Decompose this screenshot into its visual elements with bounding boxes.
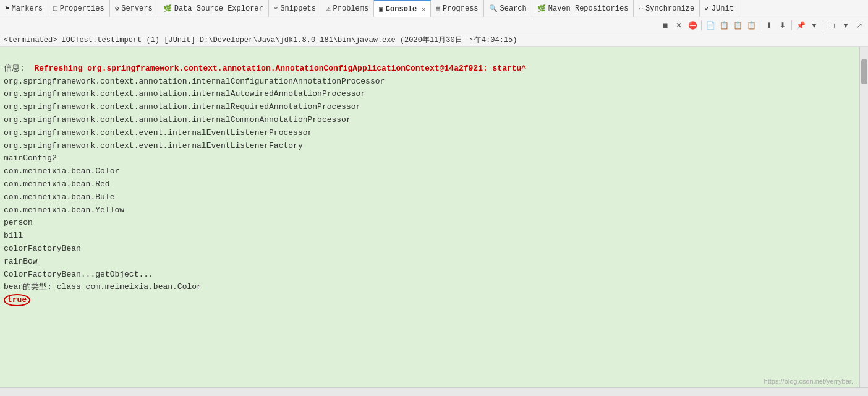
tab-search-label: Search xyxy=(500,4,527,13)
pin-button[interactable]: 📌 xyxy=(794,19,807,32)
markers-icon: ⚑ xyxy=(5,4,9,12)
tab-problems-label: Problems xyxy=(333,4,369,13)
toolbar-sep-2 xyxy=(760,20,760,30)
console-line: rainBow xyxy=(4,257,38,266)
toolbar-sep-4 xyxy=(823,20,823,30)
tab-servers-label: Servers xyxy=(121,4,152,13)
tab-maven[interactable]: 🌿 Maven Repositories xyxy=(532,0,634,17)
console-line: colorFactoryBean xyxy=(4,244,81,253)
console-line: com.meimeixia.bean.Red xyxy=(4,179,110,189)
tab-synchronize[interactable]: ↔ Synchronize xyxy=(634,0,700,17)
maximize-button[interactable]: ◻ xyxy=(826,19,838,32)
console-line: com.meimeixia.bean.Bule xyxy=(4,192,114,202)
copy-button[interactable]: 📄 xyxy=(704,19,717,32)
toolbar-sep-3 xyxy=(791,20,792,30)
console-line: org.springframework.context.annotation.i… xyxy=(4,115,351,124)
horizontal-track[interactable] xyxy=(0,388,859,396)
console-line: mainConfig2 xyxy=(4,153,57,163)
view-menu-button[interactable]: ▼ xyxy=(840,19,852,32)
up-button[interactable]: ⬆ xyxy=(763,19,775,32)
toolbar-sep-1 xyxy=(701,20,702,30)
tab-datasource[interactable]: 🌿 Data Source Explorer xyxy=(158,0,269,17)
tab-markers-label: Markers xyxy=(12,4,43,13)
console-last-line: true xyxy=(4,295,30,304)
console-line: com.meimeixia.bean.Color xyxy=(4,166,119,176)
toolbar: ⏹ ✕ ⛔ 📄 📋 📋 📋 ⬆ ⬇ 📌 ▼ ◻ ▼ ↗ xyxy=(0,17,868,33)
tab-progress[interactable]: ▤ Progress xyxy=(431,0,483,17)
console-line: bill xyxy=(4,231,23,240)
true-circled: true xyxy=(4,294,30,306)
tab-snippets-label: Snippets xyxy=(280,4,316,13)
tab-console-label: Console xyxy=(386,5,417,14)
search-icon: 🔍 xyxy=(489,4,498,12)
progress-icon: ▤ xyxy=(436,4,440,12)
status-text: <terminated> IOCTest.testImport (1) [JUn… xyxy=(4,35,517,45)
sync-icon: ↔ xyxy=(639,5,643,12)
tab-maven-label: Maven Repositories xyxy=(548,4,629,13)
tab-properties[interactable]: □ Properties xyxy=(48,0,110,17)
tab-snippets[interactable]: ✂ Snippets xyxy=(269,0,321,17)
clear-button[interactable]: 📋 xyxy=(731,19,744,32)
tab-problems[interactable]: ⚠ Problems xyxy=(321,0,374,17)
scroll-lock-button[interactable]: 📋 xyxy=(745,19,757,32)
problems-icon: ⚠ xyxy=(326,4,331,12)
datasource-icon: 🌿 xyxy=(163,4,172,12)
down-button[interactable]: ⬇ xyxy=(777,19,789,32)
stop-button[interactable]: ⏹ xyxy=(659,19,671,32)
tab-servers[interactable]: ⚙ Servers xyxy=(110,0,158,17)
tab-console[interactable]: ▣ Console ✕ xyxy=(374,0,431,17)
scrollbar-thumb[interactable] xyxy=(861,59,867,84)
tab-junit-label: JUnit xyxy=(712,4,734,13)
console-line: com.meimeixia.bean.Yellow xyxy=(4,205,124,215)
scrollbar-corner xyxy=(859,388,868,396)
console-line: bean的类型: class com.meimeixia.bean.Color xyxy=(4,282,202,291)
console-wrapper: 信息: Refreshing org.springframework.conte… xyxy=(0,47,868,387)
console-line: ColorFactoryBean...getObject... xyxy=(4,270,153,279)
console-icon: ▣ xyxy=(379,5,383,13)
junit-icon: ✔ xyxy=(705,4,709,12)
tab-properties-label: Properties xyxy=(60,4,104,13)
paste-button[interactable]: 📋 xyxy=(718,19,730,32)
tab-datasource-label: Data Source Explorer xyxy=(174,4,263,13)
vertical-scrollbar[interactable] xyxy=(859,47,868,387)
horizontal-scrollbar[interactable] xyxy=(0,387,868,396)
terminate-button[interactable]: ✕ xyxy=(673,19,685,32)
dropdown-button[interactable]: ▼ xyxy=(808,19,820,32)
tab-junit[interactable]: ✔ JUnit xyxy=(700,0,739,17)
tab-markers[interactable]: ⚑ Markers xyxy=(0,0,48,17)
tab-search[interactable]: 🔍 Search xyxy=(484,0,532,17)
tab-bar: ⚑ Markers □ Properties ⚙ Servers 🌿 Data … xyxy=(0,0,868,17)
console-line: org.springframework.context.annotation.i… xyxy=(4,77,385,86)
properties-icon: □ xyxy=(53,5,57,12)
console-close-icon[interactable]: ✕ xyxy=(422,6,425,13)
maven-icon: 🌿 xyxy=(537,4,546,12)
close-view-button[interactable]: ↗ xyxy=(853,19,866,32)
status-bar: <terminated> IOCTest.testImport (1) [JUn… xyxy=(0,33,868,47)
info-line: 信息: Refreshing org.springframework.conte… xyxy=(4,64,526,73)
tab-progress-label: Progress xyxy=(443,4,479,13)
console-line: org.springframework.context.event.intern… xyxy=(4,128,312,137)
snippets-icon: ✂ xyxy=(274,4,278,12)
remove-button[interactable]: ⛔ xyxy=(686,19,699,32)
console-line: org.springframework.context.event.intern… xyxy=(4,141,303,150)
console-line: org.springframework.context.annotation.i… xyxy=(4,102,360,111)
console-output[interactable]: 信息: Refreshing org.springframework.conte… xyxy=(0,47,859,387)
servers-icon: ⚙ xyxy=(115,4,119,12)
tab-synchronize-label: Synchronize xyxy=(645,4,694,13)
console-line: person xyxy=(4,218,33,227)
console-line: org.springframework.context.annotation.i… xyxy=(4,89,365,98)
